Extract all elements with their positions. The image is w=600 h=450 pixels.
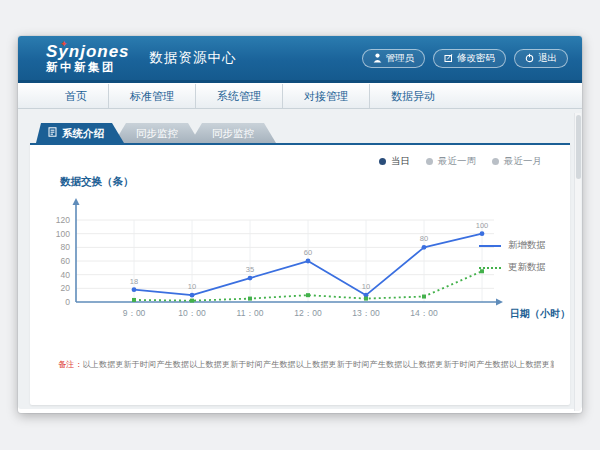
svg-text:日期（小时）: 日期（小时）: [510, 308, 570, 319]
radio-dot-icon: [379, 158, 386, 165]
svg-text:12：00: 12：00: [294, 308, 322, 318]
tab-label: 同步监控: [212, 127, 254, 139]
app-header: Synjones ✦ 新中新集团 数据资源中心 管理员 修改密码: [18, 36, 582, 83]
logout-button[interactable]: 退出: [514, 49, 568, 68]
svg-text:35: 35: [246, 265, 254, 274]
power-icon: [525, 53, 534, 63]
tab-label: 同步监控: [136, 127, 178, 139]
current-user-button[interactable]: 管理员: [362, 49, 426, 68]
tab-sync-monitor-1[interactable]: 同步监控: [114, 123, 200, 143]
logout-label: 退出: [538, 52, 557, 65]
footnote-label: 备注：: [58, 360, 83, 369]
svg-text:100: 100: [56, 229, 70, 239]
svg-text:60: 60: [304, 248, 312, 257]
svg-text:18: 18: [130, 277, 138, 286]
nav-item-integration-mgmt[interactable]: 对接管理: [282, 84, 369, 108]
radio-option-last-month[interactable]: 最近一月: [492, 155, 542, 168]
main-nav: 首页 标准管理 系统管理 对接管理 数据异动: [18, 83, 582, 109]
svg-text:20: 20: [61, 283, 71, 293]
user-menu: 管理员 修改密码 退出: [362, 49, 569, 68]
tab-bar: 系统介绍 同步监控 同步监控: [36, 123, 570, 143]
company-logo: Synjones ✦ 新中新集团: [46, 43, 130, 74]
user-icon: [373, 53, 382, 63]
y-axis-title: 数据交换（条）: [60, 175, 134, 189]
radio-dot-icon: [426, 158, 433, 165]
scrollbar-track[interactable]: [574, 113, 581, 411]
svg-text:13：00: 13：00: [352, 308, 380, 318]
tab-sync-monitor-2[interactable]: 同步监控: [190, 123, 276, 143]
radio-dot-icon: [492, 158, 499, 165]
svg-text:100: 100: [476, 221, 489, 230]
svg-text:60: 60: [61, 256, 71, 266]
chart-legend: 新增数据 更新数据: [479, 239, 546, 274]
svg-text:10: 10: [362, 282, 370, 291]
legend-swatch-solid: [479, 245, 501, 247]
user-label: 管理员: [386, 52, 415, 65]
edit-icon: [444, 53, 453, 63]
svg-text:80: 80: [420, 234, 428, 243]
radio-option-today[interactable]: 当日: [379, 155, 410, 168]
legend-item-updated-data[interactable]: 更新数据: [479, 261, 546, 274]
radio-label: 当日: [391, 155, 410, 168]
radio-option-last-week[interactable]: 最近一周: [426, 155, 476, 168]
tab-label: 系统介绍: [62, 123, 104, 143]
legend-swatch-dotted: [479, 267, 501, 269]
nav-item-data-change[interactable]: 数据异动: [369, 84, 456, 108]
radio-label: 最近一周: [438, 155, 476, 168]
legend-label: 更新数据: [508, 261, 546, 274]
logo-sub-text: 新中新集团: [46, 62, 130, 74]
logo-star-icon: ✦: [60, 40, 68, 49]
content-area: 系统介绍 同步监控 同步监控 当日 最近一周: [18, 109, 582, 409]
page-title: 数据资源中心: [150, 49, 237, 67]
document-icon: [48, 123, 57, 143]
radio-label: 最近一月: [504, 155, 542, 168]
svg-text:120: 120: [56, 215, 70, 225]
legend-item-new-data[interactable]: 新增数据: [479, 239, 546, 252]
nav-item-system-mgmt[interactable]: 系统管理: [195, 84, 282, 108]
nav-item-standard-mgmt[interactable]: 标准管理: [108, 84, 195, 108]
scrollbar-thumb[interactable]: [576, 115, 581, 179]
footnote: 备注：以上数据更新于时间产生数据以上数据更新于时间产生数据以上数据更新于时间产生…: [58, 359, 554, 370]
nav-item-home[interactable]: 首页: [44, 84, 108, 108]
tab-system-intro[interactable]: 系统介绍: [36, 123, 124, 143]
svg-text:9：00: 9：00: [123, 308, 146, 318]
logo-brand-text: Synjones: [46, 43, 130, 60]
svg-text:80: 80: [61, 242, 71, 252]
chart-panel: 当日 最近一周 最近一月 数据交换（条） 0204060801001209：00…: [30, 143, 570, 405]
legend-label: 新增数据: [508, 239, 546, 252]
svg-text:10: 10: [188, 282, 196, 291]
svg-text:14：00: 14：00: [410, 308, 438, 318]
svg-text:10：00: 10：00: [178, 308, 206, 318]
time-range-filter: 当日 最近一周 最近一月: [379, 155, 542, 168]
change-password-button[interactable]: 修改密码: [433, 49, 506, 68]
footnote-text: 以上数据更新于时间产生数据以上数据更新于时间产生数据以上数据更新于时间产生数据以…: [83, 360, 554, 369]
app-window: Synjones ✦ 新中新集团 数据资源中心 管理员 修改密码: [18, 36, 582, 413]
change-password-label: 修改密码: [457, 52, 495, 65]
svg-text:40: 40: [61, 270, 71, 280]
svg-text:11：00: 11：00: [237, 308, 264, 318]
svg-text:0: 0: [65, 297, 70, 307]
